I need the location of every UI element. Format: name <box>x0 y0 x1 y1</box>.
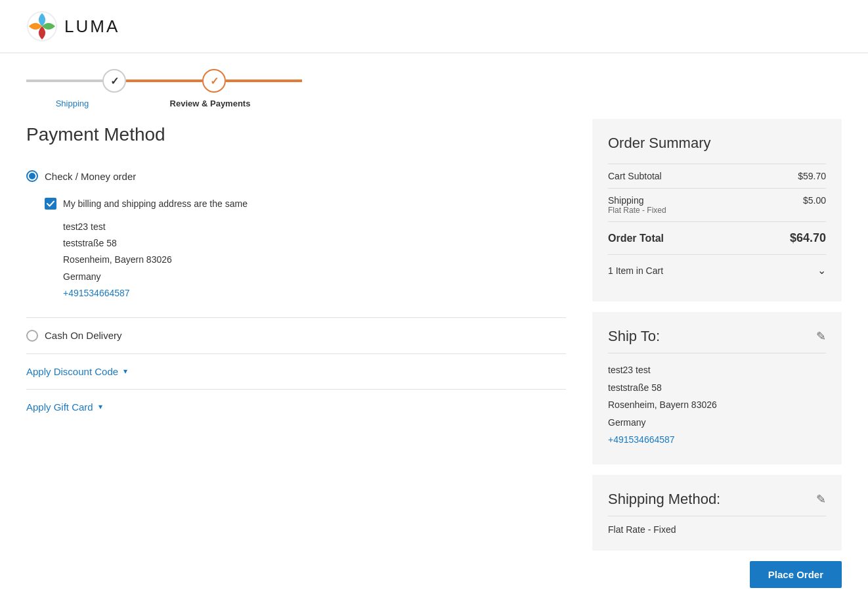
cart-subtotal-label: Cart Subtotal <box>608 171 662 181</box>
gift-card-label: Apply Gift Card <box>26 401 93 413</box>
progress-line-middle <box>126 79 202 82</box>
payment-check-label: Check / Money order <box>45 171 136 182</box>
billing-name: test23 test <box>63 219 566 235</box>
ship-to-header: Ship To: ✎ <box>608 328 826 353</box>
page-title: Payment Method <box>26 119 566 145</box>
cart-subtotal-value: $59.70 <box>798 171 826 181</box>
cart-subtotal-row: Cart Subtotal $59.70 <box>608 164 826 188</box>
left-panel: Payment Method Check / Money order My bi… <box>26 119 566 588</box>
place-order-wrapper: Place Order <box>592 561 842 588</box>
discount-chevron-icon: ▾ <box>123 367 127 376</box>
shipping-method-section: Shipping Method: ✎ Flat Rate - Fixed <box>592 475 842 551</box>
ship-to-name: test23 test <box>608 361 826 379</box>
progress-section: ✓ ✓ Shipping Review & Payments <box>0 53 868 119</box>
header: LUMA <box>0 0 868 53</box>
divider-3 <box>26 389 566 390</box>
billing-same-checkbox-row[interactable]: My billing and shipping address are the … <box>45 198 566 210</box>
step-review-label: Review & Payments <box>118 98 302 108</box>
shipping-sublabel: Flat Rate - Fixed <box>608 206 666 215</box>
gift-card-chevron-icon: ▾ <box>98 402 102 411</box>
billing-address: test23 test teststraße 58 Rosenheim, Bay… <box>63 219 566 302</box>
shipping-label-group: Shipping Flat Rate - Fixed <box>608 195 666 215</box>
billing-same-label: My billing and shipping address are the … <box>63 198 248 209</box>
cart-items-label: 1 Item in Cart <box>608 265 663 276</box>
logo-text: LUMA <box>64 16 119 37</box>
logo: LUMA <box>26 11 119 42</box>
billing-phone: +491534664587 <box>63 285 566 302</box>
progress-line-right <box>226 79 302 82</box>
ship-to-street: teststraße 58 <box>608 379 826 397</box>
billing-street: teststraße 58 <box>63 235 566 252</box>
billing-same-checkbox[interactable] <box>45 198 56 210</box>
payment-option-cod[interactable]: Cash On Delivery <box>26 321 566 351</box>
shipping-value: $5.00 <box>803 195 826 206</box>
ship-to-phone: +491534664587 <box>608 431 826 449</box>
shipping-row: Shipping Flat Rate - Fixed $5.00 <box>608 188 826 221</box>
shipping-label: Shipping <box>608 195 666 206</box>
step-review-check: ✓ <box>210 75 219 87</box>
ship-to-section: Ship To: ✎ test23 test teststraße 58 Ros… <box>592 312 842 464</box>
step-shipping-circle: ✓ <box>102 69 126 93</box>
cart-items-row[interactable]: 1 Item in Cart ⌄ <box>608 254 826 286</box>
steps-labels: Shipping Review & Payments <box>26 98 302 108</box>
luma-logo-icon <box>26 11 58 42</box>
main-content: Payment Method Check / Money order My bi… <box>0 119 868 611</box>
order-summary-title: Order Summary <box>608 135 826 152</box>
divider-1 <box>26 317 566 318</box>
shipping-method-header: Shipping Method: ✎ <box>608 491 826 516</box>
radio-check-money-order[interactable] <box>26 170 38 182</box>
step-review-circle: ✓ <box>202 69 226 93</box>
right-panel: Order Summary Cart Subtotal $59.70 Shipp… <box>592 119 842 588</box>
ship-to-country: Germany <box>608 414 826 432</box>
apply-discount-row[interactable]: Apply Discount Code ▾ <box>26 357 566 386</box>
step-shipping-label[interactable]: Shipping <box>26 98 118 108</box>
shipping-method-title: Shipping Method: <box>608 491 720 508</box>
progress-line-left <box>26 79 102 82</box>
radio-cash-delivery[interactable] <box>26 330 38 342</box>
billing-country: Germany <box>63 269 566 285</box>
step-shipping-check: ✓ <box>110 75 119 87</box>
cart-items-chevron-icon: ⌄ <box>817 264 826 277</box>
billing-city-state: Rosenheim, Bayern 83026 <box>63 252 566 268</box>
ship-to-edit-icon[interactable]: ✎ <box>816 329 826 344</box>
order-total-label: Order Total <box>608 233 664 244</box>
divider-2 <box>26 353 566 354</box>
apply-gift-card-row[interactable]: Apply Gift Card ▾ <box>26 392 566 422</box>
order-total-value: $64.70 <box>790 231 826 245</box>
progress-track: ✓ ✓ <box>26 69 302 93</box>
billing-box: My billing and shipping address are the … <box>45 191 566 315</box>
order-summary: Order Summary Cart Subtotal $59.70 Shipp… <box>592 119 842 302</box>
order-total-row: Order Total $64.70 <box>608 221 826 254</box>
discount-label: Apply Discount Code <box>26 366 118 377</box>
shipping-method-edit-icon[interactable]: ✎ <box>816 492 826 507</box>
payment-option-check[interactable]: Check / Money order <box>26 161 566 191</box>
ship-to-title: Ship To: <box>608 328 660 345</box>
shipping-method-value: Flat Rate - Fixed <box>608 524 826 535</box>
ship-to-address: test23 test teststraße 58 Rosenheim, Bay… <box>608 361 826 449</box>
payment-cod-label: Cash On Delivery <box>45 330 122 341</box>
ship-to-city-state: Rosenheim, Bayern 83026 <box>608 396 826 414</box>
place-order-button[interactable]: Place Order <box>750 561 842 588</box>
